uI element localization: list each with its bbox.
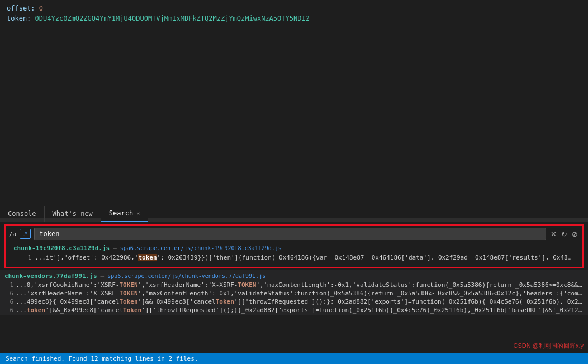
line-num-2-4: 6 (4, 306, 13, 314)
result-file-sep-1: — (113, 245, 117, 252)
line-content-2-2: ...'xsrfHeaderName':'X-XSRF-TOKEN','maxC… (16, 290, 584, 297)
regex-button[interactable]: .* (20, 229, 31, 239)
offset-line: offset: 0 (7, 4, 581, 12)
result-line-2-4: 6 ...token']&&_0x499ec8['cancelToken']['… (4, 306, 584, 314)
top-dark-panel: offset: 0 token: 0DU4Yzc0ZmQ2ZGQ4YmY1MjU… (0, 0, 588, 190)
network-panel: offset: 0 token: 0DU4Yzc0ZmQ2ZGQ4YmY1MjU… (0, 0, 588, 218)
tab-search-label: Search (109, 209, 133, 217)
bottom-status-bar: Search finished. Found 12 matching lines… (0, 353, 588, 364)
more-results: chunk-vendors.77daf991.js — spa6.scrape.… (0, 270, 588, 315)
line-content-2-1: ...0,'xsrfCookieName':'XSRF-TOKEN','xsrf… (16, 281, 584, 289)
cancel-search-button[interactable]: ⊘ (571, 230, 579, 238)
bottom-status-text: Search finished. Found 12 matching lines… (6, 355, 198, 362)
result-file-1: chunk-19c920f8.c3a1129d.js — spa6.scrape… (13, 243, 575, 253)
search-input-wrap (34, 228, 546, 240)
token-line: token: 0DU4Yzc0ZmQ2ZGQ4YmY1MjU4ODU0MTVjM… (7, 15, 581, 22)
line-num-1-1: 1 (22, 253, 31, 263)
search-flag-a: /a (9, 231, 16, 238)
line-content-2-4: ...token']&&_0x499ec8['cancelToken']['th… (16, 306, 584, 314)
search-panel: /a .* ✕ ↻ ⊘ chunk-19c920f8.c3a1129d.js —… (4, 224, 584, 268)
tab-search-close[interactable]: × (136, 210, 140, 217)
tab-search[interactable]: Search × (101, 206, 148, 222)
tab-console[interactable]: Console (0, 206, 45, 222)
tab-console-label: Console (8, 210, 36, 218)
refresh-search-button[interactable]: ↻ (560, 230, 568, 238)
results-area: chunk-19c920f8.c3a1129d.js — spa6.scrape… (9, 242, 579, 265)
result-file-url-2: spa6.scrape.center/js/chunk-vendors.77da… (107, 273, 265, 279)
line-content-2-3: ...499ec8}{_0x499ec8['cancelToken']&&_0x… (16, 298, 584, 305)
search-input[interactable] (37, 229, 543, 238)
line-content-1-1: ...it'],'offset':_0x422986,'token':_0x26… (35, 253, 575, 263)
token-value: 0DU4Yzc0ZmQ2ZGQ4YmY1MjU4ODU0MTVjMmIxMDFk… (35, 15, 310, 22)
result-line-1-1: 1 ...it'],'offset':_0x422986,'token':_0x… (13, 253, 575, 264)
watermark: CSDN @利刚同的回眸x.y (514, 342, 584, 350)
search-actions: ✕ ↻ ⊘ (549, 230, 579, 238)
tab-whats-new[interactable]: What's new (45, 206, 101, 222)
result-file-url-1: spa6.scrape.center/js/chunk-19c920f8.c3a… (120, 245, 282, 251)
search-input-row: /a .* ✕ ↻ ⊘ (9, 228, 579, 240)
result-line-2-2: 6 ...'xsrfHeaderName':'X-XSRF-TOKEN','ma… (4, 289, 584, 298)
token-label: token: (7, 15, 31, 22)
offset-value: 0 (39, 4, 43, 12)
result-line-2-3: 6 ...499ec8}{_0x499ec8['cancelToken']&&_… (4, 298, 584, 306)
offset-label: offset: (7, 4, 35, 12)
tab-whats-new-label: What's new (53, 210, 93, 218)
watermark-text: CSDN @利刚同的回眸x.y (514, 342, 584, 349)
line-num-2-1: 1 (4, 281, 13, 289)
result-file-sep-2: — (101, 272, 105, 280)
result-line-2-1: 1 ...0,'xsrfCookieName':'XSRF-TOKEN','xs… (4, 281, 584, 289)
line-num-2-3: 6 (4, 298, 13, 305)
line-num-2-2: 6 (4, 290, 13, 297)
result-file-name-1: chunk-19c920f8.c3a1129d.js (13, 245, 110, 252)
result-file-2: chunk-vendors.77daf991.js — spa6.scrape.… (4, 271, 584, 281)
result-file-name-2: chunk-vendors.77daf991.js (4, 272, 97, 280)
clear-search-button[interactable]: ✕ (549, 230, 558, 238)
